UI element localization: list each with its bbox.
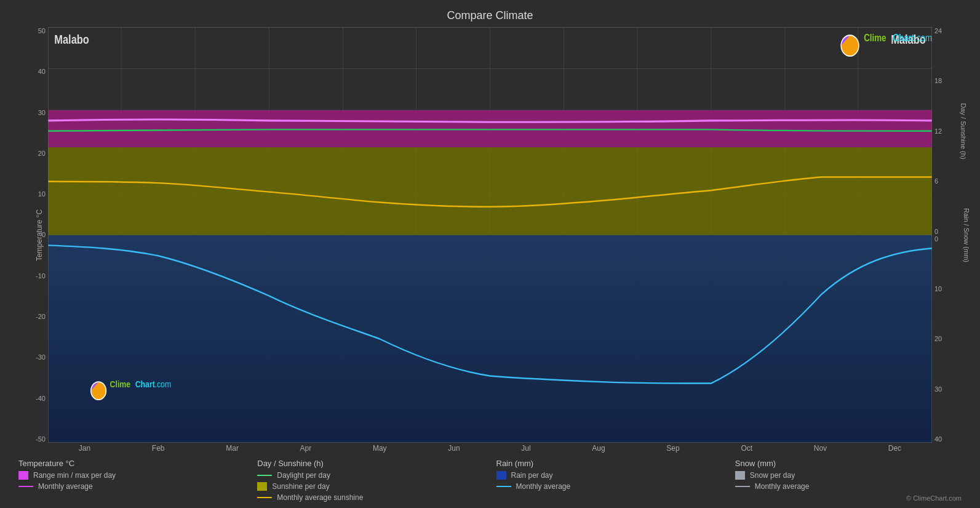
legend-snow: Snow (mm) Snow per day Monthly average ©… [729, 459, 968, 502]
legend-snow-avg: Monthly average [735, 482, 962, 491]
month-apr: Apr [300, 444, 312, 453]
legend-rain-bar: Rain per day [496, 471, 723, 480]
svg-rect-25 [48, 235, 932, 443]
svg-text:Chart: Chart [893, 33, 914, 43]
watermark: © ClimeChart.com [906, 494, 962, 502]
legend-rain: Rain (mm) Rain per day Monthly average [490, 459, 729, 502]
month-nov: Nov [814, 444, 827, 453]
month-jun: Jun [448, 444, 460, 453]
legend-sunshine-avg: Monthly average sunshine [257, 493, 484, 502]
month-may: May [373, 444, 387, 453]
legend-temp-title: Temperature °C [18, 459, 245, 468]
svg-rect-29 [48, 147, 932, 235]
month-aug: Aug [592, 444, 605, 453]
month-feb: Feb [152, 444, 165, 453]
svg-text:Malabo: Malabo [54, 33, 89, 46]
legend-snow-bar: Snow per day [735, 471, 962, 480]
page-title: Compare Climate [12, 6, 968, 27]
legend-rain-title: Rain (mm) [496, 459, 723, 468]
x-axis: Jan Feb Mar Apr May Jun Jul Aug Sep Oct … [12, 443, 968, 453]
svg-text:Clime: Clime [864, 33, 886, 43]
legend-sunshine-bar: Sunshine per day [257, 482, 484, 491]
legend-rain-avg: Monthly average [496, 482, 723, 491]
legend-temp-range: Range min / max per day [18, 471, 245, 480]
y-axis-left-label: Temperature °C [35, 209, 44, 260]
month-mar: Mar [226, 444, 239, 453]
month-jul: Jul [521, 444, 530, 453]
legend-sunshine: Day / Sunshine (h) Daylight per day Suns… [251, 459, 490, 502]
month-oct: Oct [741, 444, 752, 453]
y-axis-right-sunshine: 24181260 Day / Sunshine (h) [932, 27, 968, 235]
legend-snow-title: Snow (mm) [735, 459, 962, 468]
month-sep: Sep [666, 444, 679, 453]
y-axis-right-rain: 010203040 [932, 235, 968, 443]
legend: Temperature °C Range min / max per day M… [12, 453, 968, 502]
svg-text:.com: .com [914, 33, 932, 43]
legend-daylight: Daylight per day [257, 471, 484, 480]
legend-sunshine-title: Day / Sunshine (h) [257, 459, 484, 468]
legend-temp: Temperature °C Range min / max per day M… [12, 459, 251, 502]
svg-text:Clime: Clime [110, 379, 131, 389]
month-jan: Jan [79, 444, 90, 453]
svg-text:.com: .com [154, 379, 171, 389]
legend-temp-avg: Monthly average [18, 482, 245, 491]
month-dec: Dec [888, 444, 901, 453]
svg-text:Chart: Chart [135, 379, 156, 389]
